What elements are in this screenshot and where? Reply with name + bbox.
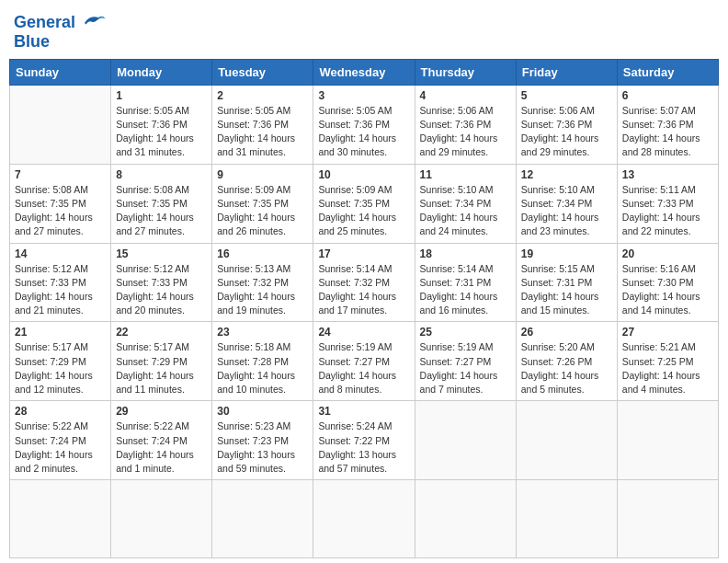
empty-day-cell — [617, 401, 718, 480]
day-info: Sunrise: 5:06 AMSunset: 7:36 PMDaylight:… — [420, 104, 511, 160]
day-number: 2 — [217, 89, 308, 102]
day-number: 20 — [622, 247, 713, 260]
weekday-header-wednesday: Wednesday — [313, 59, 415, 85]
weekday-header-thursday: Thursday — [415, 59, 516, 85]
logo: General Blue — [14, 9, 107, 52]
day-number: 30 — [217, 405, 308, 418]
day-number: 27 — [622, 326, 713, 339]
day-cell: 31Sunrise: 5:24 AMSunset: 7:22 PMDayligh… — [313, 401, 415, 480]
day-info: Sunrise: 5:10 AMSunset: 7:34 PMDaylight:… — [521, 183, 612, 239]
day-number: 28 — [15, 405, 106, 418]
day-number: 17 — [318, 247, 409, 260]
weekday-header-tuesday: Tuesday — [212, 59, 313, 85]
day-number: 1 — [116, 89, 207, 102]
day-number: 24 — [318, 326, 409, 339]
empty-day-cell — [111, 480, 212, 558]
day-info: Sunrise: 5:09 AMSunset: 7:35 PMDaylight:… — [318, 183, 409, 239]
calendar-row: 14Sunrise: 5:12 AMSunset: 7:33 PMDayligh… — [10, 243, 719, 322]
day-info: Sunrise: 5:24 AMSunset: 7:22 PMDaylight:… — [318, 419, 409, 476]
day-info: Sunrise: 5:11 AMSunset: 7:33 PMDaylight:… — [622, 183, 713, 239]
empty-day-cell — [212, 480, 313, 558]
day-info: Sunrise: 5:09 AMSunset: 7:35 PMDaylight:… — [217, 183, 308, 239]
day-cell: 27Sunrise: 5:21 AMSunset: 7:25 PMDayligh… — [617, 322, 718, 401]
day-cell: 11Sunrise: 5:10 AMSunset: 7:34 PMDayligh… — [415, 164, 516, 243]
page-header: General Blue — [9, 9, 719, 52]
day-cell: 22Sunrise: 5:17 AMSunset: 7:29 PMDayligh… — [111, 322, 212, 401]
day-number: 7 — [15, 168, 106, 181]
day-info: Sunrise: 5:19 AMSunset: 7:27 PMDaylight:… — [420, 340, 511, 396]
day-info: Sunrise: 5:05 AMSunset: 7:36 PMDaylight:… — [116, 104, 207, 160]
day-info: Sunrise: 5:10 AMSunset: 7:34 PMDaylight:… — [420, 183, 511, 239]
calendar-row: 21Sunrise: 5:17 AMSunset: 7:29 PMDayligh… — [10, 322, 719, 401]
day-number: 10 — [318, 168, 409, 181]
day-number: 9 — [217, 168, 308, 181]
day-info: Sunrise: 5:17 AMSunset: 7:29 PMDaylight:… — [116, 340, 207, 396]
day-info: Sunrise: 5:08 AMSunset: 7:35 PMDaylight:… — [15, 183, 106, 239]
empty-day-cell — [10, 480, 111, 558]
day-info: Sunrise: 5:14 AMSunset: 7:32 PMDaylight:… — [318, 262, 409, 318]
empty-day-cell — [313, 480, 415, 558]
day-number: 14 — [15, 247, 106, 260]
day-number: 26 — [521, 326, 612, 339]
day-cell: 16Sunrise: 5:13 AMSunset: 7:32 PMDayligh… — [212, 243, 313, 322]
weekday-header-saturday: Saturday — [617, 59, 718, 85]
day-info: Sunrise: 5:05 AMSunset: 7:36 PMDaylight:… — [217, 104, 308, 160]
day-number: 12 — [521, 168, 612, 181]
day-info: Sunrise: 5:22 AMSunset: 7:24 PMDaylight:… — [116, 419, 207, 476]
day-cell: 10Sunrise: 5:09 AMSunset: 7:35 PMDayligh… — [313, 164, 415, 243]
empty-day-cell — [10, 85, 111, 164]
day-cell: 21Sunrise: 5:17 AMSunset: 7:29 PMDayligh… — [10, 322, 111, 401]
day-number: 6 — [622, 89, 713, 102]
day-number: 23 — [217, 326, 308, 339]
empty-day-cell — [516, 401, 617, 480]
calendar-row: 7Sunrise: 5:08 AMSunset: 7:35 PMDaylight… — [10, 164, 719, 243]
logo-blue-text: Blue — [14, 33, 50, 52]
day-info: Sunrise: 5:14 AMSunset: 7:31 PMDaylight:… — [420, 262, 511, 318]
day-cell: 8Sunrise: 5:08 AMSunset: 7:35 PMDaylight… — [111, 164, 212, 243]
day-cell: 3Sunrise: 5:05 AMSunset: 7:36 PMDaylight… — [313, 85, 415, 164]
day-cell: 12Sunrise: 5:10 AMSunset: 7:34 PMDayligh… — [516, 164, 617, 243]
day-cell: 2Sunrise: 5:05 AMSunset: 7:36 PMDaylight… — [212, 85, 313, 164]
day-info: Sunrise: 5:12 AMSunset: 7:33 PMDaylight:… — [15, 262, 106, 318]
weekday-header-monday: Monday — [111, 59, 212, 85]
day-cell: 1Sunrise: 5:05 AMSunset: 7:36 PMDaylight… — [111, 85, 212, 164]
day-number: 18 — [420, 247, 511, 260]
day-cell: 23Sunrise: 5:18 AMSunset: 7:28 PMDayligh… — [212, 322, 313, 401]
logo-bird-icon — [79, 9, 107, 37]
day-cell: 4Sunrise: 5:06 AMSunset: 7:36 PMDaylight… — [415, 85, 516, 164]
day-info: Sunrise: 5:20 AMSunset: 7:26 PMDaylight:… — [521, 340, 612, 396]
day-number: 16 — [217, 247, 308, 260]
day-cell: 19Sunrise: 5:15 AMSunset: 7:31 PMDayligh… — [516, 243, 617, 322]
day-cell: 26Sunrise: 5:20 AMSunset: 7:26 PMDayligh… — [516, 322, 617, 401]
day-number: 22 — [116, 326, 207, 339]
day-cell: 20Sunrise: 5:16 AMSunset: 7:30 PMDayligh… — [617, 243, 718, 322]
logo-text: General — [14, 14, 75, 32]
day-number: 31 — [318, 405, 409, 418]
calendar-row: 28Sunrise: 5:22 AMSunset: 7:24 PMDayligh… — [10, 401, 719, 480]
day-cell: 29Sunrise: 5:22 AMSunset: 7:24 PMDayligh… — [111, 401, 212, 480]
day-info: Sunrise: 5:18 AMSunset: 7:28 PMDaylight:… — [217, 340, 308, 396]
weekday-header-sunday: Sunday — [10, 59, 111, 85]
day-number: 5 — [521, 89, 612, 102]
weekday-header-friday: Friday — [516, 59, 617, 85]
calendar-row — [10, 480, 719, 558]
day-cell: 7Sunrise: 5:08 AMSunset: 7:35 PMDaylight… — [10, 164, 111, 243]
empty-day-cell — [415, 480, 516, 558]
day-info: Sunrise: 5:08 AMSunset: 7:35 PMDaylight:… — [116, 183, 207, 239]
day-cell: 14Sunrise: 5:12 AMSunset: 7:33 PMDayligh… — [10, 243, 111, 322]
day-info: Sunrise: 5:05 AMSunset: 7:36 PMDaylight:… — [318, 104, 409, 160]
day-cell: 15Sunrise: 5:12 AMSunset: 7:33 PMDayligh… — [111, 243, 212, 322]
day-cell: 5Sunrise: 5:06 AMSunset: 7:36 PMDaylight… — [516, 85, 617, 164]
day-info: Sunrise: 5:21 AMSunset: 7:25 PMDaylight:… — [622, 340, 713, 396]
day-info: Sunrise: 5:19 AMSunset: 7:27 PMDaylight:… — [318, 340, 409, 396]
calendar-table: SundayMondayTuesdayWednesdayThursdayFrid… — [9, 59, 719, 558]
day-cell: 17Sunrise: 5:14 AMSunset: 7:32 PMDayligh… — [313, 243, 415, 322]
day-number: 15 — [116, 247, 207, 260]
day-info: Sunrise: 5:07 AMSunset: 7:36 PMDaylight:… — [622, 104, 713, 160]
day-cell: 18Sunrise: 5:14 AMSunset: 7:31 PMDayligh… — [415, 243, 516, 322]
day-info: Sunrise: 5:13 AMSunset: 7:32 PMDaylight:… — [217, 262, 308, 318]
day-info: Sunrise: 5:12 AMSunset: 7:33 PMDaylight:… — [116, 262, 207, 318]
day-number: 13 — [622, 168, 713, 181]
day-number: 8 — [116, 168, 207, 181]
day-info: Sunrise: 5:22 AMSunset: 7:24 PMDaylight:… — [15, 419, 106, 476]
